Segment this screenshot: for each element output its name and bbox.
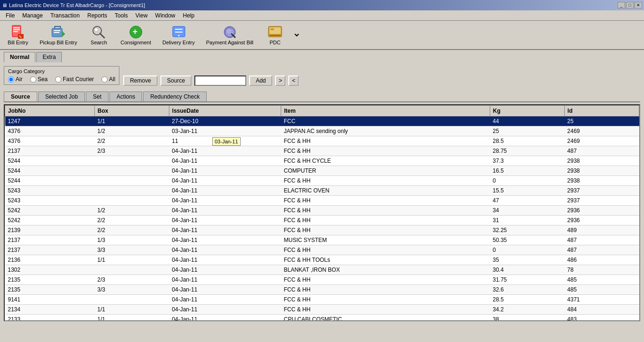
svg-point-12: [94, 28, 98, 32]
app-icon: 🖥: [2, 2, 7, 8]
bill-entry-button[interactable]: ✎ Bill Entry: [4, 23, 32, 47]
svg-line-11: [100, 33, 104, 38]
menu-file[interactable]: File: [2, 11, 18, 20]
pdc-button[interactable]: PDC: [261, 23, 289, 47]
table-row[interactable]: 21331/104-Jan-11CPU CABI COSMETIC38483: [5, 315, 639, 322]
menu-manage[interactable]: Manage: [18, 11, 46, 20]
payment-against-bill-button[interactable]: Payment Against Bill: [202, 23, 257, 47]
sub-tab-redundency-check[interactable]: Redundency Check: [143, 92, 207, 101]
title-bar: 🖥 Latina Electric Device Tr Est AlbadrCa…: [0, 0, 644, 10]
menu-bar: File Manage Transaction Reports Tools Vi…: [0, 10, 644, 21]
pdc-icon: [268, 25, 283, 40]
main-tab-strip: Normal Extra: [0, 50, 644, 62]
table-row[interactable]: 12471/127-Dec-10FCC4425: [5, 117, 639, 126]
svg-rect-7: [54, 30, 60, 31]
table-row[interactable]: 21373/304-Jan-11FCC & HH0487: [5, 245, 639, 255]
pickup-bill-entry-label: Pickup Bill Entry: [40, 40, 77, 45]
title-bar-text: Latina Electric Device Tr Est AlbadrCarg…: [9, 2, 145, 8]
tab-extra[interactable]: Extra: [36, 52, 62, 62]
delivery-entry-icon: [171, 25, 186, 40]
payment-icon: [222, 25, 237, 40]
toolbar: ✎ Bill Entry Pickup Bill Entry Search: [0, 21, 644, 50]
pdc-dropdown[interactable]: [291, 31, 301, 39]
table-row[interactable]: 43761/203-Jan-11JAPPAN AC sending only25…: [5, 126, 639, 136]
consignment-label: Consignment: [120, 40, 151, 45]
search-input[interactable]: [194, 75, 246, 86]
radio-sea[interactable]: Sea: [30, 76, 48, 83]
svg-rect-1: [13, 27, 20, 28]
table-row[interactable]: 43762/211FCC & HH28.52469: [5, 136, 639, 146]
col-item: Item: [281, 106, 490, 117]
table-row[interactable]: 524404-Jan-11FCC & HH CYCLE37.32938: [5, 156, 639, 166]
table-row[interactable]: 914104-Jan-11FCC & HH28.54371: [5, 295, 639, 305]
table-row[interactable]: 21341/104-Jan-11FCC & HH34.2484: [5, 305, 639, 315]
table-row[interactable]: 21392/204-Jan-11FCC & HH32.25489: [5, 225, 639, 235]
source-button[interactable]: Source: [160, 75, 192, 86]
radio-all[interactable]: All: [101, 76, 115, 83]
search-button[interactable]: Search: [84, 23, 113, 47]
svg-rect-23: [270, 28, 274, 30]
data-table: JobNo Box IssueDate Item Kg Id 12471/127…: [5, 105, 639, 321]
next-button[interactable]: >: [275, 75, 285, 86]
table-row[interactable]: 524404-Jan-11FCC & HH02938: [5, 176, 639, 186]
radio-fast-courier[interactable]: Fast Courier: [55, 76, 94, 83]
menu-transaction[interactable]: Transaction: [47, 11, 84, 20]
bill-entry-label: Bill Entry: [8, 40, 28, 45]
svg-text:✎: ✎: [19, 35, 22, 39]
menu-help[interactable]: Help: [179, 11, 199, 20]
add-button[interactable]: Add: [249, 75, 272, 86]
prev-button[interactable]: <: [288, 75, 299, 86]
restore-button[interactable]: □: [626, 2, 634, 8]
menu-view[interactable]: View: [132, 11, 151, 20]
sub-tab-strip: Source Selected Job Set Actions Redunden…: [4, 92, 640, 102]
table-row[interactable]: 524304-Jan-11FCC & HH472937: [5, 196, 639, 206]
consignment-button[interactable]: + Consignment: [117, 23, 155, 47]
pickup-bill-entry-icon: [51, 25, 66, 40]
title-bar-left: 🖥 Latina Electric Device Tr Est AlbadrCa…: [2, 2, 145, 8]
table-row[interactable]: 524404-Jan-11COMPUTER16.52938: [5, 166, 639, 176]
col-id: Id: [564, 106, 639, 117]
payment-label: Payment Against Bill: [206, 40, 253, 45]
remove-button[interactable]: Remove: [123, 75, 158, 86]
cargo-radio-row: Air Sea Fast Courier All: [8, 76, 115, 83]
menu-tools[interactable]: Tools: [111, 11, 132, 20]
table-row[interactable]: 130204-Jan-11BLANKAT ,IRON BOX30.478: [5, 265, 639, 275]
table-row[interactable]: 21352/304-Jan-11FCC & HH31.75485: [5, 275, 639, 285]
close-button[interactable]: ✕: [635, 2, 642, 8]
table-row[interactable]: 21372/304-Jan-11FCC & HH28.75487: [5, 146, 639, 156]
search-label: Search: [91, 40, 107, 45]
svg-rect-8: [54, 32, 59, 33]
table-row[interactable]: 21361/104-Jan-11FCC & HH TOOLs35486: [5, 255, 639, 265]
svg-rect-3: [13, 31, 18, 32]
sub-tab-actions[interactable]: Actions: [109, 92, 142, 101]
sub-tab-selected-job[interactable]: Selected Job: [38, 92, 85, 101]
menu-reports[interactable]: Reports: [84, 11, 111, 20]
minimize-button[interactable]: _: [618, 2, 625, 8]
table-row[interactable]: 52421/204-Jan-11FCC & HH342936: [5, 206, 639, 216]
main-content: Cargo Category Air Sea Fast Courier All: [0, 62, 644, 325]
consignment-icon: +: [128, 25, 143, 40]
sub-tab-set[interactable]: Set: [86, 92, 109, 101]
bill-entry-icon: ✎: [10, 25, 25, 40]
cargo-category-label: Cargo Category: [8, 68, 115, 74]
sub-tab-source[interactable]: Source: [4, 92, 37, 101]
svg-rect-22: [269, 35, 281, 36]
menu-window[interactable]: Window: [151, 11, 179, 20]
col-issuedate: IssueDate: [169, 106, 281, 117]
col-kg: Kg: [490, 106, 564, 117]
table-row[interactable]: 21371/304-Jan-11MUSIC SYSTEM50.35487: [5, 235, 639, 245]
data-table-wrapper: JobNo Box IssueDate Item Kg Id 12471/127…: [4, 104, 640, 321]
tab-normal[interactable]: Normal: [4, 52, 35, 62]
pickup-bill-entry-button[interactable]: Pickup Bill Entry: [36, 23, 81, 47]
radio-air[interactable]: Air: [8, 76, 23, 83]
table-row[interactable]: 52422/204-Jan-11FCC & HH312936: [5, 216, 639, 225]
svg-rect-2: [13, 29, 20, 30]
title-bar-buttons: _ □ ✕: [618, 2, 642, 8]
table-row[interactable]: 21353/304-Jan-11FCC & HH32.6485: [5, 285, 639, 295]
svg-text:+: +: [133, 27, 138, 36]
pdc-section: PDC: [261, 23, 301, 47]
col-jobno: JobNo: [5, 106, 95, 117]
svg-marker-9: [62, 31, 65, 37]
delivery-entry-button[interactable]: Delivery Entry: [159, 23, 198, 47]
table-row[interactable]: 524304-Jan-11ELACTRIC OVEN15.52937: [5, 186, 639, 196]
